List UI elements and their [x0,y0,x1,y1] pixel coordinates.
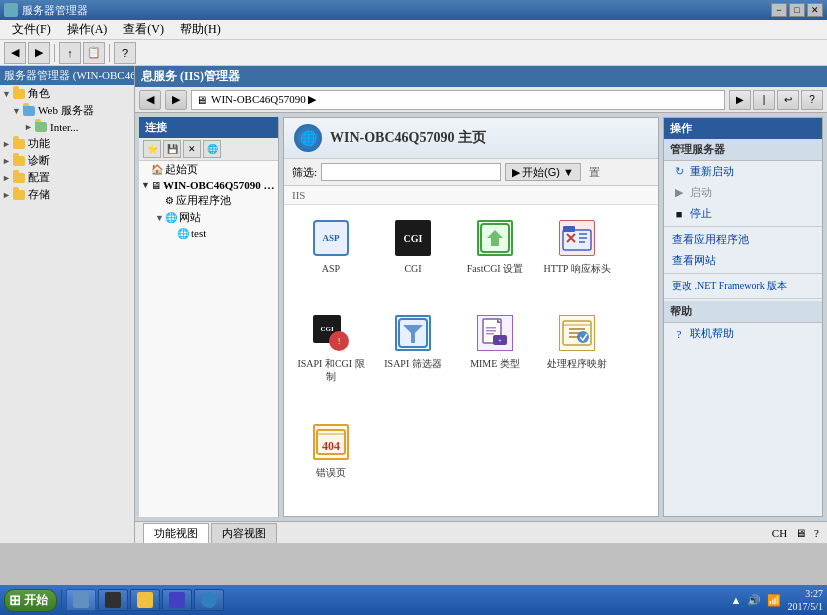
filter-btn-label: 开始(G) ▼ [522,165,574,180]
cgi-label: CGI [404,262,421,275]
sites-label: 网站 [179,210,201,225]
help-button[interactable]: ? [114,42,136,64]
action-viewsite[interactable]: 查看网站 [664,250,822,271]
sidebar-item-inter[interactable]: ► Inter... [0,119,134,135]
taskbar-item-servermanager[interactable] [66,589,96,611]
filter-button[interactable]: ▶ 开始(G) ▼ [505,163,581,181]
status-icon2: ? [814,527,819,539]
center-header-icon: 🌐 [294,124,322,152]
cgi-icon: CGI [395,220,431,256]
title-bar-title: 服务器管理器 [22,3,88,18]
action-viewpool[interactable]: 查看应用程序池 [664,229,822,250]
tab-content[interactable]: 内容视图 [211,523,277,543]
sidebar-item-features[interactable]: ► 功能 [0,135,134,152]
center-header: 🌐 WIN-OBC46Q57090 主页 [284,118,658,159]
isapifilter-icon-box [393,313,433,353]
iis-section-label: IIS [284,186,658,205]
server-icon: 🖥 [151,180,161,191]
windows-icon: ⊞ [9,592,21,608]
addr-btn2[interactable]: | [753,90,775,110]
action-help2-label: 联机帮助 [690,326,734,341]
icon-fastcgi[interactable]: FastCGI 设置 [456,213,534,304]
status-icon1: 🖥 [795,527,806,539]
sidebar-item-webserver[interactable]: ▼ Web 服务器 [0,102,134,119]
ie-icon [201,592,217,608]
icon-handler[interactable]: 处理程序映射 [538,308,616,412]
minimize-button[interactable]: − [771,3,787,17]
icon-asp[interactable]: ASP ASP [292,213,370,304]
status-right: CH 🖥 ? [772,527,819,539]
up-button[interactable]: ↑ [59,42,81,64]
filter-input[interactable] [321,163,501,181]
menu-action[interactable]: 操作(A) [59,19,116,40]
expand-icon6: ► [2,173,12,183]
icon-http[interactable]: HTTP 响应标头 [538,213,616,304]
action-sep3 [664,298,822,299]
conn-sites[interactable]: ▼ 🌐 网站 [139,209,278,226]
maximize-button[interactable]: □ [789,3,805,17]
apppool-label: 应用程序池 [176,193,231,208]
action-help2[interactable]: ? 联机帮助 [664,323,822,344]
taskbar-item-ie[interactable] [194,589,224,611]
taskbar-item-explorer[interactable] [130,589,160,611]
taskbar-item-taskmgr[interactable] [162,589,192,611]
sidebar-item-diagnose[interactable]: ► 诊断 [0,152,134,169]
show-hide-button[interactable]: 📋 [83,42,105,64]
conn-server[interactable]: ▼ 🖥 WIN-OBC46Q57090 (WIN... [139,178,278,192]
icon-mime[interactable]: + MIME 类型 [456,308,534,412]
back-button[interactable]: ◀ [4,42,26,64]
toolbar-separator [54,44,55,62]
conn-btn3[interactable]: ✕ [183,140,201,158]
menu-file[interactable]: 文件(F) [4,19,59,40]
connection-header: 连接 [139,117,278,138]
filter-label: 筛选: [292,165,317,180]
asp-icon: ASP [313,220,349,256]
conn-btn1[interactable]: ⭐ [143,140,161,158]
isapifilter-label: ISAPI 筛选器 [384,357,442,370]
nav-forward-button[interactable]: ▶ [165,90,187,110]
isapi-icon: CGI ! [313,315,349,351]
action-dotnet[interactable]: 更改 .NET Framework 版本 [664,276,822,296]
asp-label: ASP [322,262,340,275]
menu-help[interactable]: 帮助(H) [172,19,229,40]
iis-title: 息服务 (IIS)管理器 [141,68,240,85]
action-restart[interactable]: ↻ 重新启动 [664,161,822,182]
config-icon [12,171,26,185]
conn-startpage[interactable]: 🏠 起始页 [139,161,278,178]
taskbar-item-cmd[interactable] [98,589,128,611]
icon-isapi[interactable]: CGI ! ISAPI 和CGI 限制 [292,308,370,412]
http-icon [559,220,595,256]
addr-btn3[interactable]: ↩ [777,90,799,110]
conn-btn2[interactable]: 💾 [163,140,181,158]
nav-back-button[interactable]: ◀ [139,90,161,110]
address-field[interactable]: 🖥 WIN-OBC46Q57090 ▶ [191,90,725,110]
addr-btn1[interactable]: ▶ [729,90,751,110]
sidebar-item-config[interactable]: ► 配置 [0,169,134,186]
expand-icon3: ► [24,122,34,132]
iis-header: 息服务 (IIS)管理器 [135,66,827,87]
forward-button[interactable]: ▶ [28,42,50,64]
tray-icon2: 🔊 [747,594,761,607]
address-bar: ◀ ▶ 🖥 WIN-OBC46Q57090 ▶ ▶ | ↩ ? [135,87,827,113]
svg-rect-5 [486,327,496,329]
addr-help[interactable]: ? [801,90,823,110]
conn-btn4[interactable]: 🌐 [203,140,221,158]
icon-isapifilter[interactable]: ISAPI 筛选器 [374,308,452,412]
start-label: 开始 [24,592,48,609]
sidebar-item-roles[interactable]: ▼ 角色 [0,85,134,102]
svg-text:404: 404 [322,439,340,453]
action-stop[interactable]: ■ 停止 [664,203,822,224]
icon-cgi[interactable]: CGI CGI [374,213,452,304]
server-manager-sidebar: 服务器管理器 (WIN-OBC46Q57090) ▼ 角色 ▼ Web 服务器 … [0,66,135,543]
start-button[interactable]: ⊞ 开始 [4,589,57,612]
action-group-manage: 管理服务器 [664,139,822,161]
start-icon: ▶ [672,186,686,200]
conn-apppool[interactable]: ⚙ 应用程序池 [139,192,278,209]
close-button[interactable]: ✕ [807,3,823,17]
conn-test[interactable]: 🌐 test [139,226,278,240]
sidebar-item-storage[interactable]: ► 存储 [0,186,134,203]
diagnose-icon [12,154,26,168]
icon-error[interactable]: 404 错误页 [292,417,370,508]
menu-view[interactable]: 查看(V) [115,19,172,40]
tab-feature[interactable]: 功能视图 [143,523,209,543]
